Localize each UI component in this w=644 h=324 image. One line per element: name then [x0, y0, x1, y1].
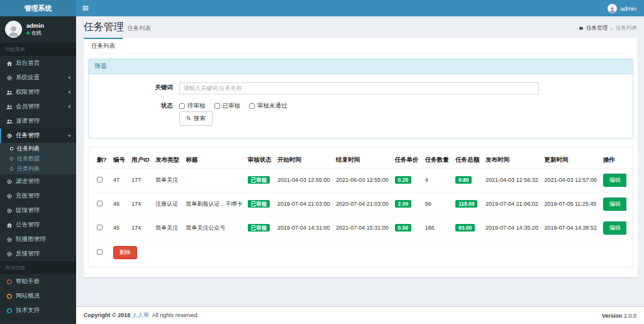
circle-o-icon — [6, 279, 13, 285]
cell-type: 简单关注 — [153, 168, 184, 192]
row-checkbox[interactable] — [97, 225, 103, 230]
sidebar-item-label: 渠道管理 — [16, 177, 40, 186]
main-footer: Copyright © 2018 人人帮. All rights reserve… — [76, 306, 644, 324]
sidebar-item-members[interactable]: 会员管理 — [0, 99, 76, 114]
status-option-pending[interactable]: 待审核 — [179, 102, 206, 110]
status-checkbox-pending[interactable] — [179, 103, 185, 109]
content-header: 任务管理任务列表 任务管理 > 任务列表 — [76, 16, 644, 38]
footer-brand-link[interactable]: 人人帮 — [132, 312, 149, 318]
footer-version-label: Version — [602, 313, 623, 319]
sidebar-item-dashboard[interactable]: 后台首页 — [0, 56, 76, 70]
status-option-approved[interactable]: 已审核 — [214, 102, 241, 110]
search-icon — [186, 116, 191, 121]
status-option-rejected[interactable]: 审核未通过 — [249, 102, 287, 110]
delete-button[interactable]: 删除 — [113, 246, 137, 259]
sidebar-item-withdraw[interactable]: 提现管理 — [0, 203, 76, 218]
search-button[interactable]: 搜索 — [179, 111, 213, 126]
row-checkbox[interactable] — [97, 201, 103, 206]
page-title: 任务管理 — [84, 21, 124, 32]
col-publish-time: 发布时间 — [484, 152, 542, 169]
home-icon — [6, 60, 13, 67]
select-all-checkbox[interactable] — [97, 249, 103, 255]
footer-version: Version 2.0.0 — [602, 313, 636, 319]
status-checkbox-rejected[interactable] — [249, 103, 255, 109]
users-icon — [6, 118, 13, 125]
col-title: 标题 — [184, 152, 245, 169]
sidebar-item-invites[interactable]: 邀请管理 — [0, 114, 76, 128]
footer-copyright-year: Copyright © 2018 — [84, 312, 130, 318]
users-icon — [6, 89, 13, 96]
chevron-left-icon — [67, 75, 72, 80]
status-badge: 已审核 — [248, 224, 270, 232]
keyword-label: 关键词 — [96, 81, 179, 94]
task-table: 删? 编号 用户ID 发布类型 标题 审核状态 开始时间 结束时间 任务单价 任… — [95, 152, 626, 263]
total-badge: 93.00 — [455, 224, 475, 232]
sidebar-item-recharge[interactable]: 充值管理 — [0, 189, 76, 203]
user-icon — [7, 25, 20, 38]
navbar-user-menu[interactable]: admin — [600, 0, 644, 16]
col-id: 编号 — [111, 152, 130, 169]
col-update-time: 更新时间 — [542, 152, 601, 169]
cell-type: 简单关注 — [153, 216, 184, 240]
sidebar-item-label: 任务管理 — [16, 131, 40, 140]
cell-count: 186 — [423, 216, 453, 240]
edit-button[interactable]: 编辑 — [603, 221, 626, 235]
app-logo[interactable]: 管理系统 — [0, 0, 76, 16]
sidebar-item-label: 网站概况 — [16, 292, 40, 300]
keyword-input[interactable] — [179, 82, 539, 94]
sidebar-item-site-overview[interactable]: 网站概况 — [0, 289, 76, 303]
status-badge: 已审核 — [248, 200, 270, 208]
col-total: 任务总额 — [453, 152, 484, 169]
online-status[interactable]: 在线 — [26, 30, 44, 36]
breadcrumb-separator: > — [610, 26, 613, 31]
gear-icon — [6, 133, 13, 139]
row-checkbox[interactable] — [97, 177, 103, 182]
status-option-label: 已审核 — [223, 102, 241, 110]
tab-content: 筛选 关键词 状态 待 — [84, 54, 638, 277]
cell-user-id: 177 — [130, 168, 153, 192]
sidebar-item-feedback[interactable]: 反馈管理 — [0, 247, 76, 261]
sidebar-item-label: 系统设置 — [16, 74, 40, 82]
cell-update: 2021-04-03 12:57:06 — [542, 168, 601, 192]
sidebar: admin 在线 功能菜单 后台首页 系统设置 权限管理 会员管理 邀请管理 任… — [0, 16, 76, 324]
circle-o-icon — [9, 157, 14, 161]
price-badge: 0.50 — [395, 224, 412, 232]
sidebar-subitem-task-data[interactable]: 任务数据 — [0, 154, 76, 164]
sidebar-item-tasks[interactable]: 任务管理 — [0, 128, 76, 143]
sidebar-subitem-category-list[interactable]: 分类列表 — [0, 164, 76, 174]
col-delete: 删? — [95, 152, 111, 169]
bars-icon — [82, 4, 89, 12]
col-actions: 操作 — [601, 152, 626, 169]
users-icon — [6, 104, 13, 110]
price-badge: 2.00 — [395, 200, 412, 208]
sidebar-item-announcements[interactable]: 公告管理 — [0, 218, 76, 232]
sidebar-section-label-other: 其他功能 — [0, 261, 76, 274]
cell-start: 2019-07-04 14:31:00 — [275, 216, 334, 240]
sidebar-subitem-task-list[interactable]: 任务列表 — [0, 143, 76, 154]
circle-o-icon — [9, 147, 14, 151]
sidebar-item-system-settings[interactable]: 系统设置 — [0, 70, 76, 85]
edit-button[interactable]: 编辑 — [603, 174, 626, 187]
tab-task-list[interactable]: 任务列表 — [84, 38, 123, 53]
cell-user-id: 174 — [130, 192, 153, 216]
price-badge: 0.20 — [395, 176, 412, 184]
status-checkbox-approved[interactable] — [214, 103, 220, 109]
gear-icon — [6, 208, 13, 214]
sidebar-item-channels[interactable]: 渠道管理 — [0, 174, 76, 189]
footer-copyright: Copyright © 2018 人人帮. All rights reserve… — [84, 311, 199, 320]
footer-version-value: 2.0.0 — [624, 313, 636, 319]
sidebar-item-permissions[interactable]: 权限管理 — [0, 85, 76, 99]
online-status-label: 在线 — [31, 30, 42, 36]
sidebar-item-carousel[interactable]: 轮播图管理 — [0, 232, 76, 247]
cell-title — [184, 168, 245, 192]
table-row: 46 174 注册认证 简单刷脸认证，不绑卡 已审核 2019-07-04 21… — [95, 192, 626, 216]
edit-button[interactable]: 编辑 — [603, 198, 626, 211]
cell-count: 4 — [423, 168, 453, 192]
user-icon — [609, 6, 616, 13]
status-badge: 已审核 — [248, 176, 270, 184]
sidebar-item-help-manual[interactable]: 帮助手册 — [0, 274, 76, 289]
circle-o-icon — [6, 293, 13, 299]
sidebar-toggle-button[interactable] — [76, 0, 95, 16]
sidebar-item-tech-support[interactable]: 技术支持 — [0, 303, 76, 318]
breadcrumb-link-tasks[interactable]: 任务管理 — [586, 25, 608, 32]
